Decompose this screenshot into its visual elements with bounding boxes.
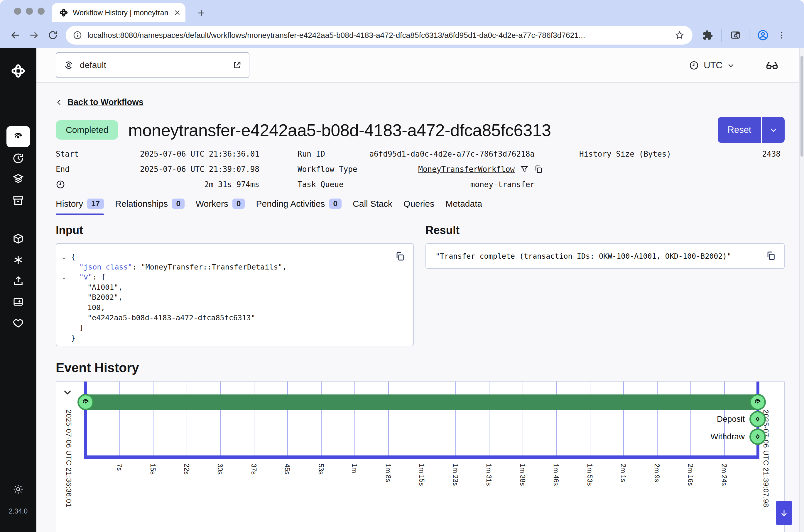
tab-label: Metadata — [445, 199, 482, 209]
tab-label: History — [56, 199, 83, 209]
input-card: ⌄{"json_class": "MoneyTransfer::Transfer… — [56, 243, 414, 346]
favicon-temporal-logo-icon — [59, 8, 68, 17]
tab-label: Call Stack — [353, 199, 392, 209]
grid-line — [590, 382, 591, 455]
timeline-collapse-chevron-icon[interactable] — [61, 386, 74, 398]
grid-line — [220, 382, 221, 455]
window-close-button[interactable] — [14, 7, 21, 15]
back-to-workflows-link[interactable]: Back to Workflows — [68, 97, 144, 107]
tab-history[interactable]: History17 — [56, 198, 104, 215]
json-line: "e4242aa5-b08d-4183-a472-dfca85fc6313" — [62, 313, 405, 323]
sidebar-item-nexus[interactable] — [12, 254, 24, 266]
event-workflow-started[interactable] — [77, 394, 94, 410]
browser-chrome: Workflow History | moneytran — [0, 0, 804, 48]
filter-funnel-icon[interactable] — [520, 165, 529, 174]
back-button[interactable] — [6, 26, 25, 44]
tab-call-stack[interactable]: Call Stack — [353, 198, 392, 215]
reset-menu-caret[interactable] — [761, 117, 785, 143]
sidebar-item-batch-operations[interactable] — [12, 173, 24, 185]
back-chevron-icon — [56, 99, 63, 106]
app-version: 2.34.0 — [0, 507, 36, 515]
status-badge: Completed — [56, 120, 118, 139]
grid-line — [354, 382, 355, 455]
input-copy-button[interactable] — [395, 251, 405, 261]
marker-label-withdraw: Withdraw — [710, 431, 745, 442]
event-marker-deposit[interactable] — [749, 411, 766, 427]
grid-line — [254, 382, 255, 455]
clock-icon — [689, 60, 699, 70]
tab-search-icon[interactable] — [726, 26, 745, 44]
window-zoom-button[interactable] — [38, 7, 44, 15]
tab-workers[interactable]: Workers0 — [196, 198, 245, 215]
tab-queries[interactable]: Queries — [404, 198, 434, 215]
json-line: ] — [62, 323, 405, 333]
start-value: 2025-07-06 UTC 21:36:36.01 — [56, 148, 259, 160]
marker-label-deposit: Deposit — [717, 413, 745, 425]
tab-metadata[interactable]: Metadata — [445, 198, 482, 215]
profile-avatar-icon[interactable] — [753, 26, 772, 44]
sidebar-item-docs[interactable] — [12, 296, 24, 308]
reload-button[interactable] — [43, 26, 62, 44]
timezone-selector[interactable]: UTC — [689, 48, 735, 83]
namespace-external-link-icon[interactable] — [225, 53, 249, 77]
new-tab-button[interactable] — [194, 5, 209, 21]
end-value: 2025-07-06 UTC 21:39:07.98 — [56, 163, 259, 175]
task-queue-link[interactable]: money-transfer — [470, 180, 535, 189]
window-minimize-button[interactable] — [26, 7, 33, 15]
labs-glasses-icon[interactable] — [765, 59, 779, 72]
site-info-icon[interactable] — [73, 31, 82, 40]
collapse-caret-icon[interactable]: ⌄ — [62, 252, 71, 262]
collapse-caret-icon[interactable]: ⌄ — [62, 272, 71, 282]
grid-line — [657, 382, 658, 455]
tick-label: 2m 1s — [619, 464, 627, 482]
sidebar-item-namespaces[interactable] — [12, 232, 24, 245]
sidebar-item-feedback[interactable] — [12, 317, 24, 329]
event-history-heading: Event History — [56, 360, 785, 375]
tab-close-icon[interactable] — [174, 9, 181, 16]
temporal-logo-icon[interactable] — [11, 63, 26, 79]
namespace-selector[interactable]: default — [56, 52, 249, 78]
copy-icon[interactable] — [534, 165, 543, 174]
namespace-topbar: default UTC — [36, 48, 804, 83]
tab-relationships[interactable]: Relationships0 — [115, 198, 185, 215]
sidebar-item-workflows[interactable] — [6, 126, 30, 147]
theme-toggle-sun-icon[interactable] — [13, 483, 24, 495]
scrollbar-thumb[interactable] — [801, 56, 803, 157]
duration-value: 2m 31s 974ms — [56, 178, 259, 190]
reset-button[interactable]: Reset — [718, 117, 761, 143]
json-line: } — [62, 333, 405, 343]
event-marker-withdraw[interactable] — [749, 429, 766, 445]
tab-label: Relationships — [115, 199, 168, 209]
scroll-to-bottom-button[interactable] — [776, 501, 792, 525]
browser-tab[interactable]: Workflow History | moneytran — [52, 3, 185, 22]
grid-line — [690, 382, 691, 455]
grid-line — [153, 382, 153, 455]
result-copy-button[interactable] — [766, 251, 776, 261]
tick-label: 1m 53s — [586, 464, 594, 486]
event-workflow-completed[interactable] — [749, 394, 766, 410]
input-heading: Input — [56, 224, 414, 237]
json-line: ⌄{ — [62, 252, 405, 262]
workflow-execution-span-bar[interactable] — [86, 395, 758, 410]
history-size-value: 2438 — [579, 148, 781, 160]
url-text: localhost:8080/namespaces/default/workfl… — [88, 31, 665, 40]
grid-line — [523, 382, 523, 455]
tab-pending-activities[interactable]: Pending Activities0 — [256, 198, 341, 215]
sidebar-item-schedules[interactable] — [12, 152, 24, 165]
workflow-type-link[interactable]: MoneyTransferWorkflow — [418, 165, 515, 174]
tick-label: 15s — [149, 464, 157, 475]
json-line: "B2002", — [62, 292, 405, 303]
url-bar[interactable]: localhost:8080/namespaces/default/workfl… — [66, 26, 692, 44]
tick-label: 1m 8s — [384, 464, 392, 482]
forward-button[interactable] — [25, 26, 43, 44]
sidebar-item-archive[interactable] — [12, 194, 24, 207]
sidebar-item-import[interactable] — [12, 275, 24, 287]
tick-label: 1m 15s — [417, 464, 426, 486]
bookmark-star-icon[interactable] — [670, 26, 689, 44]
page-scrollbar — [799, 48, 804, 532]
toolbar-separator — [721, 29, 722, 42]
browser-toolbar: localhost:8080/namespaces/default/workfl… — [0, 22, 804, 48]
browser-menu-kebab-icon[interactable] — [772, 26, 791, 44]
extensions-icon[interactable] — [698, 26, 717, 44]
result-card: "Transfer complete (transaction IDs: OKW… — [426, 243, 785, 269]
